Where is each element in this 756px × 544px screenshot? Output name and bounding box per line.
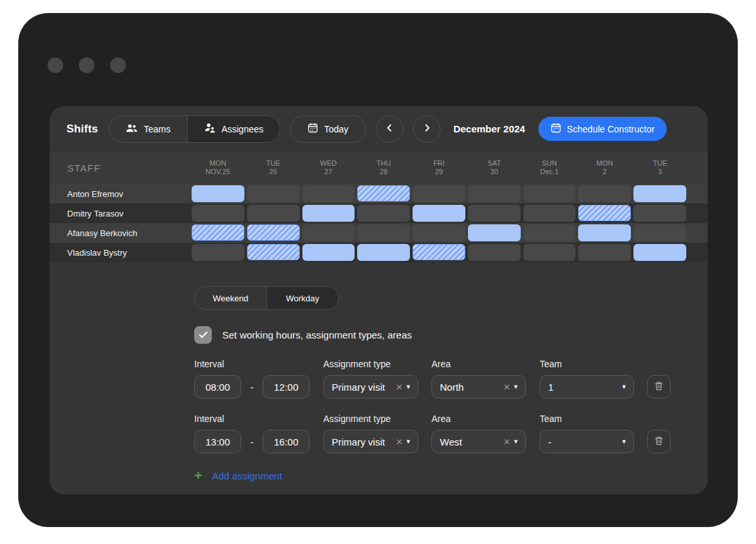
clear-icon[interactable]: ✕	[503, 437, 510, 447]
assignment-type-select[interactable]: Primary visit ✕ ▼	[323, 375, 418, 399]
chevron-down-icon: ▼	[513, 438, 519, 445]
shift-cell-slot	[190, 224, 246, 241]
next-period-button[interactable]	[413, 115, 441, 143]
interval-start-input[interactable]: 08:00	[194, 375, 241, 399]
shift-cell-hatched[interactable]	[413, 244, 465, 260]
area-select[interactable]: West ✕ ▼	[431, 430, 526, 453]
shift-cell-solid[interactable]	[302, 205, 355, 222]
schedule-constructor-button[interactable]: Schedule Constructor	[538, 117, 667, 141]
shift-cell-empty[interactable]	[302, 224, 355, 241]
shift-cell-slot	[246, 244, 301, 261]
shift-cell-solid[interactable]	[413, 205, 465, 222]
tab-teams[interactable]: Teams	[109, 116, 186, 142]
clear-icon[interactable]: ✕	[396, 437, 403, 447]
shift-cell-empty[interactable]	[523, 244, 576, 261]
window-dot[interactable]	[110, 57, 126, 73]
shift-cell-empty[interactable]	[578, 244, 631, 261]
window-dot[interactable]	[79, 57, 94, 73]
staff-header: STAFF	[50, 162, 190, 174]
tab-teams-label: Teams	[143, 124, 170, 134]
assignment-type-label: Assignment type	[323, 359, 418, 369]
shift-cell-hatched[interactable]	[578, 205, 631, 221]
staff-name: Afanasy Berkovich	[50, 228, 190, 238]
shift-cell-solid[interactable]	[192, 185, 244, 202]
window-dot[interactable]	[48, 57, 63, 73]
shift-cell-empty[interactable]	[523, 205, 576, 222]
shift-cell-slot	[522, 185, 577, 202]
shift-cell-hatched[interactable]	[247, 244, 300, 260]
device-frame: Shifts Teams Assignees	[18, 13, 738, 527]
shift-cell-slot	[411, 244, 467, 261]
shift-cell-slot	[632, 224, 688, 241]
shift-cell-empty[interactable]	[192, 205, 244, 222]
working-hours-checkbox[interactable]	[194, 326, 212, 344]
shift-cell-slot	[356, 244, 411, 261]
shift-cell-empty[interactable]	[523, 185, 576, 202]
shift-cell-slot	[411, 224, 467, 241]
clear-icon[interactable]: ✕	[503, 382, 510, 392]
shift-cell-hatched[interactable]	[247, 224, 300, 241]
area-select[interactable]: North ✕ ▼	[431, 375, 526, 399]
shift-cell-empty[interactable]	[633, 224, 686, 241]
shift-cell-empty[interactable]	[468, 205, 521, 222]
team-select[interactable]: 1 ▼	[540, 375, 634, 399]
shift-cell-empty[interactable]	[247, 185, 300, 202]
working-hours-label: Set working hours, assignment types, are…	[222, 329, 412, 340]
assignment-type-select[interactable]: Primary visit ✕ ▼	[323, 430, 418, 453]
month-label: December 2024	[454, 123, 525, 134]
shift-cell-empty[interactable]	[302, 185, 355, 202]
trash-icon	[654, 436, 664, 448]
shift-cell-hatched[interactable]	[192, 224, 244, 241]
shift-cell-slot	[577, 224, 632, 241]
shift-cell-empty[interactable]	[413, 185, 465, 202]
teams-icon	[126, 123, 138, 135]
prev-period-button[interactable]	[376, 115, 403, 143]
shift-cell-empty[interactable]	[633, 205, 686, 222]
shift-cell-empty[interactable]	[468, 185, 521, 202]
trash-icon	[654, 381, 664, 393]
shift-cell-empty[interactable]	[468, 244, 521, 261]
shift-cell-slot	[301, 185, 356, 202]
tab-workday[interactable]: Workday	[267, 287, 339, 309]
shift-cell-empty[interactable]	[413, 224, 465, 241]
shift-cell-solid[interactable]	[302, 244, 355, 261]
area-label: Area	[431, 414, 526, 424]
shift-cell-solid[interactable]	[357, 244, 410, 261]
delete-assignment-button[interactable]	[647, 430, 671, 453]
shift-cell-empty[interactable]	[192, 244, 244, 261]
tab-weekend[interactable]: Weekend	[195, 287, 267, 309]
shift-cell-empty[interactable]	[357, 224, 410, 241]
add-assignment-button[interactable]: + Add assignment	[194, 469, 708, 482]
shift-cell-slot	[301, 205, 356, 222]
shift-cell-solid[interactable]	[468, 224, 521, 241]
today-button[interactable]: Today	[290, 115, 366, 143]
shift-cell-slot	[190, 185, 246, 202]
form-area: Weekend Workday Set working hours, assig…	[50, 262, 708, 482]
shift-cell-slot	[467, 244, 522, 261]
shift-cell-hatched[interactable]	[357, 185, 410, 202]
day-headers: MONNOV.25TUE26WED27THU28FRI29SAT30SUNDec…	[190, 159, 688, 176]
interval-end-input[interactable]: 12:00	[263, 375, 310, 399]
shift-cell-empty[interactable]	[523, 224, 576, 241]
shift-cell-empty[interactable]	[247, 205, 300, 222]
assignment-type-group: Assignment type Primary visit ✕ ▼	[323, 359, 418, 399]
team-select[interactable]: - ▼	[540, 430, 634, 453]
tab-assignees-label: Assignees	[222, 124, 264, 134]
interval-start-input[interactable]: 13:00	[194, 430, 241, 453]
table-row: Afanasy Berkovich	[50, 223, 708, 243]
shift-cell-empty[interactable]	[357, 205, 410, 222]
shift-cell-solid[interactable]	[633, 185, 686, 202]
assignment-type-group: Assignment type Primary visit ✕ ▼	[323, 414, 418, 453]
shift-cell-slot	[632, 244, 688, 261]
shift-cell-empty[interactable]	[578, 185, 631, 202]
window-controls	[48, 57, 126, 73]
clear-icon[interactable]: ✕	[396, 382, 403, 392]
interval-group: Interval 13:00 - 16:00	[194, 414, 310, 453]
interval-end-input[interactable]: 16:00	[263, 430, 310, 453]
shift-cell-solid[interactable]	[578, 224, 631, 241]
shift-cell-slot	[632, 205, 688, 222]
delete-assignment-button[interactable]	[647, 375, 671, 399]
shift-cell-solid[interactable]	[633, 244, 686, 261]
tab-assignees[interactable]: Assignees	[187, 116, 280, 142]
chevron-right-icon	[422, 123, 431, 135]
